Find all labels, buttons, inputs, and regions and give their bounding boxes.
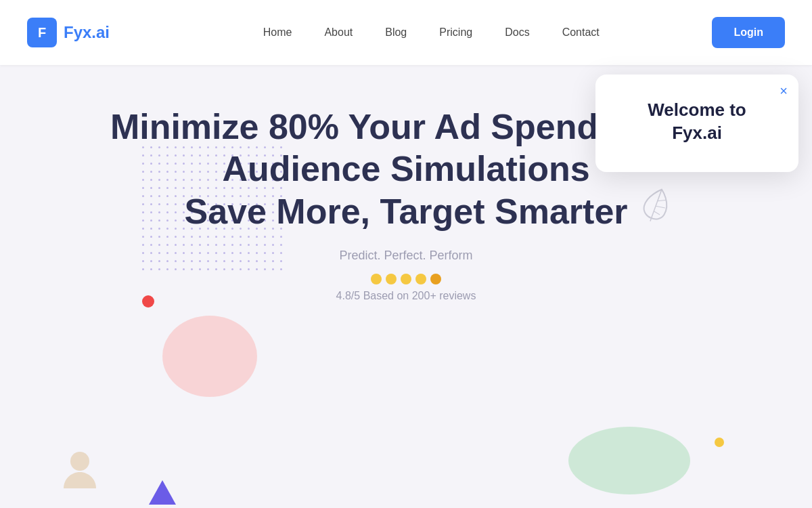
star-2 <box>386 274 397 284</box>
nav-about[interactable]: About <box>324 26 353 38</box>
triangle-decoration <box>149 480 176 505</box>
star-1 <box>371 274 382 284</box>
nav-contact[interactable]: Contact <box>562 26 600 38</box>
green-blob-decoration <box>568 427 690 494</box>
person-icon-decoration <box>61 450 99 501</box>
star-5 <box>430 274 441 284</box>
logo[interactable]: F Fyx.ai <box>27 18 110 47</box>
login-button[interactable]: Login <box>712 17 785 48</box>
stars-row <box>27 274 785 284</box>
review-text: 4.8/5 Based on 200+ reviews <box>27 290 785 302</box>
nav-blog[interactable]: Blog <box>385 26 407 38</box>
logo-icon: F <box>27 18 57 47</box>
nav-docs[interactable]: Docs <box>505 26 529 38</box>
welcome-popup: × Welcome to Fyx.ai <box>595 75 798 172</box>
star-4 <box>415 274 426 284</box>
nav-links: Home About Blog Pricing Docs Contact <box>150 26 712 39</box>
hero-subtitle: Predict. Perfect. Perform <box>27 249 785 263</box>
popup-close-button[interactable]: × <box>780 84 788 98</box>
popup-title: Welcome to Fyx.ai <box>617 99 777 145</box>
pink-blob-decoration <box>162 316 257 397</box>
nav-pricing[interactable]: Pricing <box>439 26 472 38</box>
star-3 <box>401 274 411 284</box>
svg-point-0 <box>70 452 89 471</box>
nav-home[interactable]: Home <box>263 26 292 38</box>
navbar: F Fyx.ai Home About Blog Pricing Docs Co… <box>0 0 812 65</box>
yellow-dot-decoration <box>715 438 724 447</box>
logo-text: Fyx.ai <box>64 23 110 42</box>
